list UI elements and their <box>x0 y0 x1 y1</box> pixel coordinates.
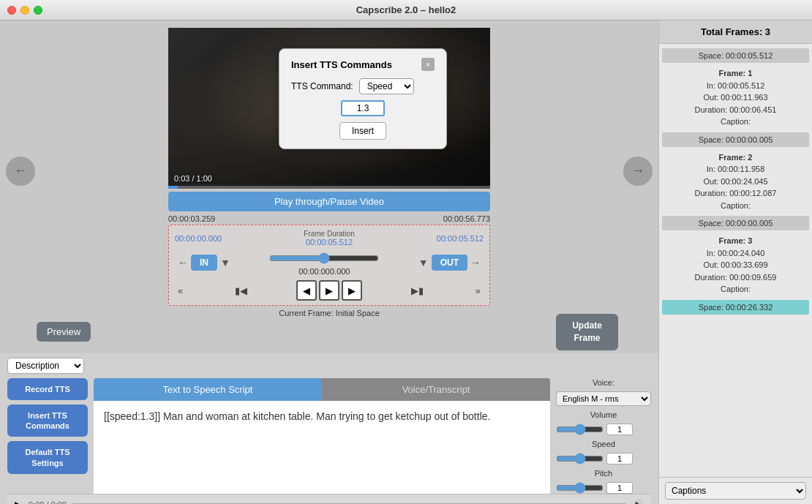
fullscreen-window-button[interactable] <box>34 6 42 15</box>
frames-list: Space: 00:00:05.512 Frame: 1 In: 00:00:0… <box>659 44 812 477</box>
frame-2-out: Out: 00:00:24.045 <box>703 177 767 186</box>
description-row: Description <box>7 358 651 374</box>
frame-3-duration: Duration: 00:00:09.659 <box>695 273 777 282</box>
bottom-section: Description Record TTS Insert TTSCommand… <box>0 353 658 504</box>
out-right-arrow-button[interactable]: → <box>467 257 484 268</box>
frame-2-caption: Caption: <box>721 201 751 210</box>
speed-row <box>556 453 651 464</box>
speed-value[interactable] <box>606 453 633 464</box>
forward-end-button[interactable]: » <box>473 284 484 298</box>
description-select[interactable]: Description <box>7 358 84 374</box>
tts-popup: Insert TTS Commands × TTS Command: Speed… <box>279 48 447 149</box>
window-title: Capscribe 2.0 – hello2 <box>356 4 456 15</box>
playback-row: « ▮◀ ◀ ▶ ▶ ▶▮ » <box>175 280 484 301</box>
main-container: Insert TTS Commands × TTS Command: Speed… <box>0 20 812 504</box>
tab-bar: Text to Speech Script Voice/Transcript <box>94 378 550 401</box>
step-back-button[interactable]: ▮◀ <box>232 284 250 298</box>
play-pause-button[interactable]: ▶ <box>319 280 339 301</box>
pitch-slider[interactable] <box>556 482 604 494</box>
close-window-button[interactable] <box>7 6 16 15</box>
tts-command-select[interactable]: Speed Volume Pitch Pause <box>359 78 414 94</box>
insert-tts-commands-button[interactable]: Insert TTSCommands <box>7 405 88 437</box>
in-button[interactable]: IN <box>191 255 217 271</box>
space-3: Space: 00:00:00.005 <box>662 216 809 230</box>
out-dropdown-button[interactable]: ▼ <box>416 257 432 268</box>
captions-select[interactable]: Captions <box>665 482 806 500</box>
default-tts-settings-button[interactable]: Default TTSSettings <box>7 441 88 474</box>
right-panel-footer: Captions <box>659 477 812 504</box>
frame-slider-container: 00:00:000.000 <box>233 249 416 276</box>
frame-control: 00:00:00.000 Frame Duration 00:00:05.512… <box>168 225 490 306</box>
in-dropdown-button[interactable]: ▼ <box>217 257 233 268</box>
right-panel: Total Frames: 3 Space: 00:00:05.512 Fram… <box>658 20 812 504</box>
frame-3-in: In: 00:00:24.040 <box>707 249 765 257</box>
frame-2-duration: Duration: 00:00:12.087 <box>695 189 777 198</box>
in-left-arrow-button[interactable]: ← <box>175 257 191 268</box>
minimize-window-button[interactable] <box>20 6 29 15</box>
audio-play-button[interactable]: ▶ <box>15 499 23 504</box>
traffic-lights <box>7 6 42 15</box>
current-frame-label: Current Frame: Initial Space <box>279 309 380 317</box>
center-area: Insert TTS Commands × TTS Command: Speed… <box>0 20 658 504</box>
frame-1-caption: Caption: <box>721 117 751 126</box>
next-frame-small-button[interactable]: ▶ <box>342 280 362 301</box>
tab-content: [[speed:1.3]] Man and woman at kitchen t… <box>94 401 550 494</box>
voice-panel: Voice: English M - rms Volume Speed P <box>556 378 651 494</box>
volume-label: Volume <box>556 410 651 419</box>
timecode-row: 00:00:03.259 00:00:56.773 <box>168 214 490 223</box>
tts-popup-title: Insert TTS Commands <box>291 59 392 70</box>
in-out-row: ← IN ▼ 00:00:000.000 ▼ OUT → <box>175 249 484 276</box>
space-2: Space: 00:00:00.005 <box>662 132 809 147</box>
frame-duration-label: Frame Duration <box>304 230 354 238</box>
pitch-value[interactable] <box>606 482 633 494</box>
record-tts-button[interactable]: Record TTS <box>7 378 88 400</box>
frame-2: Frame: 2 In: 00:00:11.958 Out: 00:00:24.… <box>659 148 812 215</box>
speed-slider[interactable] <box>556 453 604 464</box>
preview-button[interactable]: Preview <box>37 322 91 342</box>
next-frame-button[interactable]: → <box>623 157 653 186</box>
frame-3-out: Out: 00:00:33.699 <box>703 260 767 269</box>
timecode-right: 00:00:56.773 <box>443 214 490 223</box>
frame-1-out: Out: 00:00:11.963 <box>703 93 767 102</box>
tts-close-button[interactable]: × <box>421 58 435 71</box>
voice-label: Voice: <box>556 378 651 387</box>
prev-frame-small-button[interactable]: ◀ <box>296 280 317 301</box>
volume-row <box>556 424 651 435</box>
frame-slider[interactable] <box>269 252 379 264</box>
prev-frame-button[interactable]: ← <box>6 157 35 186</box>
frame-1-in: In: 00:00:05.512 <box>707 81 765 90</box>
right-panel-header: Total Frames: 3 <box>659 20 812 44</box>
frame-2-title: Frame: 2 <box>719 153 753 162</box>
frame-3: Frame: 3 In: 00:00:24.040 Out: 00:00:33.… <box>659 232 812 298</box>
frame-control-header: 00:00:00.000 Frame Duration 00:00:05.512… <box>175 230 484 247</box>
tts-command-row: TTS Command: Speed Volume Pitch Pause <box>291 78 435 94</box>
frame-1-duration: Duration: 00:00:06.451 <box>695 105 777 114</box>
tab-text-to-speech[interactable]: Text to Speech Script <box>94 378 322 401</box>
tab-voice-transcript[interactable]: Voice/Transcript <box>322 378 550 401</box>
step-forward-button[interactable]: ▶▮ <box>408 284 426 298</box>
out-button[interactable]: OUT <box>432 255 467 271</box>
tts-insert-button[interactable]: Insert <box>339 122 386 140</box>
frame-1-title: Frame: 1 <box>719 69 753 78</box>
frame-1: Frame: 1 In: 00:00:05.512 Out: 00:00:11.… <box>659 64 812 131</box>
tts-value-input[interactable] <box>341 100 385 116</box>
frame-duration-value: 00:00:05.512 <box>304 238 354 247</box>
volume-value[interactable] <box>606 424 633 435</box>
audio-volume-icon: 🔊 <box>632 499 644 504</box>
space-1: Space: 00:00:05.512 <box>662 48 809 63</box>
voice-select[interactable]: English M - rms <box>556 391 651 406</box>
frame-timecode: 00:00:000.000 <box>298 267 350 276</box>
speed-label: Speed <box>556 440 651 448</box>
out-timecode: 00:00:05.512 <box>437 234 484 243</box>
in-timecode: 00:00:00.000 <box>175 234 222 243</box>
rewind-start-button[interactable]: « <box>175 284 186 298</box>
audio-bar: ▶ 0:00 / 0:00 🔊 <box>7 494 651 504</box>
play-through-button[interactable]: Play through/Pause Video <box>168 192 490 211</box>
tts-command-label: TTS Command: <box>291 81 353 91</box>
video-progress-fill <box>168 186 178 189</box>
frame-3-title: Frame: 3 <box>719 236 753 245</box>
space-4: Space: 00:00:26.332 <box>662 300 809 315</box>
volume-slider[interactable] <box>556 424 604 435</box>
tts-buttons-panel: Record TTS Insert TTSCommands Default TT… <box>7 378 88 494</box>
tts-popup-header: Insert TTS Commands × <box>291 58 435 71</box>
